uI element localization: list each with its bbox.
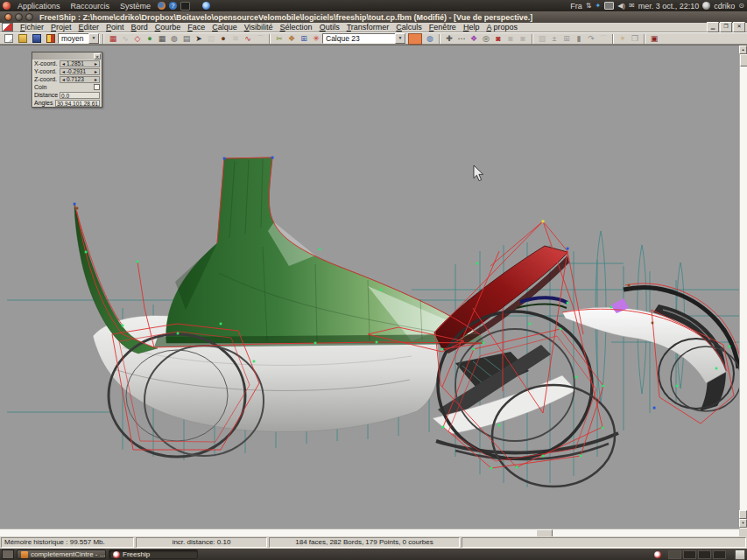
rotate-icon[interactable] [585,33,597,45]
z-coord-spinner[interactable]: ◄ 0.7123 ► [60,76,100,83]
menu-calculs[interactable]: Calculs [392,23,426,32]
menu-apropos[interactable]: A propos [483,23,521,32]
menu-courbe[interactable]: Courbe [152,23,185,32]
menu-help[interactable]: Help [460,23,483,32]
ghost-view-icon[interactable] [205,33,217,45]
mesh-icon[interactable] [156,33,168,45]
gear-icon[interactable] [285,33,298,45]
interior-icon[interactable] [217,33,229,45]
menu-face[interactable]: Face [184,23,208,32]
grid-table-icon[interactable] [560,33,573,45]
intersection-table-icon[interactable] [298,33,310,45]
vertical-scroll-thumb[interactable] [740,54,747,66]
spin-left-icon[interactable]: ◄ [60,61,67,66]
exit-icon[interactable] [44,33,58,45]
terminal-icon[interactable] [180,2,190,10]
menu-selection[interactable]: Sélection [277,23,316,32]
corner-checkbox[interactable] [94,84,100,90]
wireframe-icon[interactable] [107,33,119,45]
menu-editer[interactable]: Editer [75,23,103,32]
panel-menu-applications[interactable]: Applications [14,2,64,10]
asterisk-icon[interactable] [310,33,322,45]
shaded-view-icon[interactable] [144,33,156,45]
workspace-2[interactable] [683,550,696,559]
freeship-tray-icon[interactable] [654,551,661,558]
task-button-freeship[interactable]: Freeship [109,550,198,559]
menu-transformer[interactable]: Transformer [343,23,393,32]
solid-icon[interactable] [573,33,585,45]
workspace-4[interactable] [713,550,726,559]
help-icon[interactable]: ? [169,2,177,10]
search-icon[interactable] [480,33,492,45]
unlock-icon[interactable] [504,33,517,45]
window-minimize-button[interactable] [15,13,23,21]
delete-icon[interactable] [648,33,660,45]
distance-field[interactable]: 0.0 [60,92,100,99]
layer-color-swatch[interactable] [408,33,422,45]
menu-fichier[interactable]: Fichier [17,23,47,32]
developability-icon[interactable] [193,33,205,45]
scroll-page-icon[interactable] [739,510,747,519]
window-close-button[interactable] [4,13,12,21]
mdi-restore-button[interactable]: ❐ [720,22,732,32]
spin-right-icon[interactable]: ► [93,69,99,74]
mail-icon[interactable]: ✉ [629,2,635,10]
panel-menu-systeme[interactable]: Système [116,2,154,10]
panel-menu-raccourcis[interactable]: Raccourcis [67,2,114,10]
hatch-icon[interactable] [536,33,548,45]
power-icon[interactable]: ⊙ [738,2,744,10]
chevron-down-icon[interactable]: ▼ [395,33,405,44]
waterline-icon[interactable] [229,33,242,45]
scroll-up-icon[interactable]: ▲ [739,46,747,54]
y-coord-spinner[interactable]: ◄ -0.2931 ► [60,68,100,75]
layer-dropdown[interactable]: Calque 23 ▼ [322,33,406,44]
panel-clock[interactable]: mer. 3 oct., 22:10 [638,2,700,10]
precision-dropdown[interactable]: moyen ▼ [58,33,100,44]
plus-minus-icon[interactable] [548,33,560,45]
ellipsis-icon[interactable] [455,33,468,45]
flowline-icon[interactable] [597,33,610,45]
spin-right-icon[interactable]: ► [93,61,99,66]
menu-projet[interactable]: Projet [47,23,75,32]
unlock-all-icon[interactable] [517,33,529,45]
save-file-icon[interactable] [30,33,44,45]
menu-calque[interactable]: Calque [208,23,241,32]
scroll-down-icon[interactable]: ▼ [739,519,747,528]
globe-icon[interactable] [424,33,436,45]
mdi-close-button[interactable]: ✕ [733,22,745,32]
sparkle-icon[interactable] [617,33,629,45]
control-net-icon[interactable] [131,33,144,45]
trash-icon[interactable] [735,550,745,560]
workspace-3[interactable] [698,550,711,559]
workspace-1[interactable] [668,550,681,559]
task-button-complementcintre[interactable]: completementCintre - ... [17,550,106,559]
close-icon[interactable]: ✕ [94,53,101,60]
display-icon[interactable] [604,2,614,10]
bluetooth-icon[interactable]: ✦ [595,2,602,10]
menu-fenetre[interactable]: Fenêtre [426,23,460,32]
spin-right-icon[interactable]: ► [93,77,99,82]
x-coord-spinner[interactable]: ◄ 1.2851 ► [60,60,100,67]
coordinate-dialog-titlebar[interactable]: ✕ [32,52,102,60]
menu-point[interactable]: Point [102,23,128,32]
volume-icon[interactable]: ◀) [617,2,625,10]
chevron-down-icon[interactable]: ▼ [88,33,99,44]
distro-logo-icon[interactable] [3,2,11,10]
input-switcher-icon[interactable]: ⇅ [586,2,592,10]
intersections-icon[interactable] [468,33,480,45]
web-browser-icon[interactable] [202,2,210,10]
spin-left-icon[interactable]: ◄ [60,69,67,74]
mdi-minimize-button[interactable]: ▁ [707,22,719,32]
crosshair-icon[interactable] [443,33,455,45]
vertical-scrollbar[interactable]: ▲ ▼ [739,46,747,528]
menu-bord[interactable]: Bord [128,23,152,32]
new-file-icon[interactable] [2,33,16,45]
scissors-icon[interactable] [273,33,285,45]
gaussian-view-icon[interactable] [168,33,180,45]
window-list-icon[interactable] [2,550,14,559]
lock-icon[interactable] [492,33,504,45]
normals-icon[interactable] [254,33,266,45]
spin-left-icon[interactable]: ◄ [60,77,67,82]
user-avatar[interactable] [702,2,710,10]
menu-visibilite[interactable]: Visibilité [241,23,277,32]
